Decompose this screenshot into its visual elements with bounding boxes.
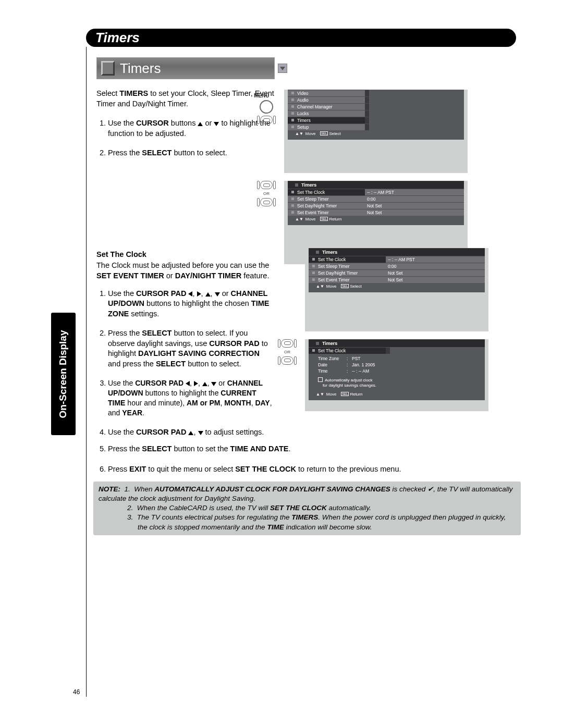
margin-rule [86, 47, 87, 697]
page-header: Timers [86, 29, 516, 47]
set-clock-steps-wide: Press the SELECT button to set the TIME … [96, 444, 520, 475]
osd-nav-hint: ▲▼Move SELReturn [288, 216, 464, 223]
osd-row: Set Sleep Timer0:00 [309, 263, 485, 269]
osd-row: Set The Clock-- : -- AM PST [288, 189, 464, 195]
note-item-3: 3. The TV counts electrical pulses for r… [99, 513, 516, 532]
osd-nav-hint: ▲▼Move SELReturn [309, 391, 485, 398]
set-clock-step-2: Press the SELECT button to select. If yo… [108, 328, 274, 369]
osd-menu-item-highlighted: Timers [288, 117, 464, 124]
left-arrow-icon [188, 291, 192, 297]
set-clock-steps: Use the CURSOR PAD , , , or CHANNEL UP/D… [96, 289, 274, 438]
set-clock-step-5: Press the SELECT button to set the TIME … [108, 444, 520, 454]
osd-row: Set The Clock-- : -- AM PST [309, 256, 485, 263]
osd-row: Set Event TimerNot Set [309, 276, 485, 283]
down-arrow-icon [198, 431, 203, 435]
banner-square-icon [101, 61, 115, 76]
set-clock-step-1: Use the CURSOR PAD , , , or CHANNEL UP/D… [108, 289, 274, 319]
osd-menu-item: Channel Manager [288, 103, 464, 110]
osd-detail-body: Time Zone:PST Date:Jan. 1 2005 Time:-- :… [309, 354, 485, 376]
remote-diagram-clock: OR [278, 339, 297, 365]
note-item-1: 1. When AUTOMATICALLY ADJUST CLOCK FOR D… [99, 485, 512, 502]
down-arrow-icon [211, 382, 216, 386]
section-tab: On-Screen Display [51, 313, 76, 435]
osd-nav-hint: ▲▼Move SELSelect [309, 283, 485, 290]
note-box: NOTE: 1. When AUTOMATICALLY ADJUST CLOCK… [93, 482, 521, 535]
osd-panel-menu: MENU Video Audio Channel Manager Locks T… [284, 90, 468, 173]
set-clock-intro: The Clock must be adjusted before you ca… [96, 261, 274, 281]
remote-diagram-menu [257, 100, 276, 124]
set-clock-heading: Set The Clock [96, 250, 274, 260]
up-arrow-icon [188, 431, 193, 435]
section-tab-label: On-Screen Display [58, 330, 69, 418]
down-arrow-icon [215, 292, 220, 297]
osd-row: Set Event TimerNot Set [288, 209, 464, 216]
timers-step-1: Use the CURSOR buttons or to highlight t… [108, 118, 276, 139]
osd-panel-timers-2: Timers Set The Clock-- : -- AM PST Set S… [305, 248, 488, 331]
note-item-2: 2. When the CableCARD is used, the TV wi… [99, 503, 516, 513]
osd-auto-adjust-check: Automatically adjust clock for daylight … [309, 376, 485, 391]
osd-menu-title: Timers [288, 181, 464, 189]
page-title: Timers [95, 30, 140, 46]
osd-menu-item: Locks [288, 110, 464, 117]
osd-menu-item: Video [288, 90, 464, 96]
osd-row: Set Sleep Timer0:00 [288, 195, 464, 202]
osd-menu-title: Timers [309, 248, 485, 256]
page-number: 46 [73, 688, 80, 696]
up-arrow-icon [205, 292, 211, 297]
banner-dropdown-icon [278, 64, 287, 73]
right-arrow-icon [197, 291, 201, 297]
osd-panel-set-clock: OR Timers Set The Clock Time Zone:PST Da… [305, 339, 488, 411]
remote-diagram-timers: OR [257, 181, 276, 206]
timers-intro: Select TIMERS to set your Clock, Sleep T… [96, 89, 276, 109]
osd-menu-title: Timers [309, 339, 485, 347]
timers-steps: Use the CURSOR buttons or to highlight t… [96, 118, 276, 158]
set-clock-step-6: Press EXIT to quit the menu or select SE… [108, 464, 520, 475]
osd-illustrations-clock: Timers Set The Clock-- : -- AM PST Set S… [305, 244, 513, 419]
down-arrow-icon [214, 122, 219, 126]
osd-nav-hint: ▲▼Move SELSelect [288, 130, 464, 137]
up-arrow-icon [202, 382, 207, 386]
remote-or-label: OR [284, 350, 290, 354]
banner-label: Timers [120, 60, 161, 77]
osd-row: Set Day/Night TimerNot Set [309, 269, 485, 276]
subsection-banner-timers: Timers [96, 57, 275, 79]
set-clock-step-4: Use the CURSOR PAD , to adjust settings. [108, 427, 274, 438]
remote-or-label: OR [263, 191, 270, 196]
timers-step-2: Press the SELECT button to select. [108, 148, 276, 158]
note-label: NOTE: [99, 485, 120, 493]
right-arrow-icon [194, 381, 198, 386]
up-arrow-icon [198, 122, 203, 126]
remote-menu-label: MENU [254, 93, 269, 98]
left-arrow-icon [186, 381, 190, 386]
osd-subtitle: Set The Clock [309, 347, 485, 354]
osd-menu-item: Audio [288, 96, 464, 103]
timers-text-column: Select TIMERS to set your Clock, Sleep T… [96, 89, 276, 158]
osd-menu-item: Setup [288, 124, 464, 130]
set-clock-text-column: Set The Clock The Clock must be adjusted… [96, 250, 274, 438]
osd-row: Set Day/Night TimerNot Set [288, 202, 464, 209]
set-clock-step-3: Use the CURSOR PAD , , , or CHANNEL UP/D… [108, 378, 274, 418]
